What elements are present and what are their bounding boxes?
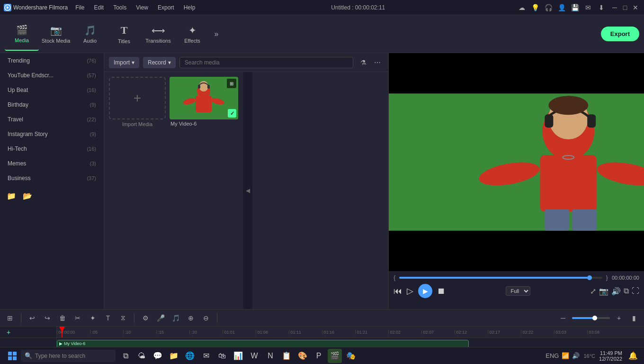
tl-grid-button[interactable]: ⊞ bbox=[4, 312, 16, 324]
systray-volume[interactable]: 🔊 bbox=[572, 352, 580, 359]
sidebar-item-instagram[interactable]: Instagram Story (9) bbox=[2, 127, 102, 141]
download-icon[interactable]: ⬇ bbox=[597, 3, 606, 12]
tl-audio-button[interactable]: 🎤 bbox=[154, 312, 167, 324]
start-button[interactable] bbox=[4, 349, 21, 363]
menu-view[interactable]: View bbox=[132, 3, 152, 12]
toolbar-stock-media[interactable]: 📷 Stock Media bbox=[39, 18, 73, 51]
maximize-button[interactable]: □ bbox=[620, 3, 630, 12]
tl-voice-button[interactable]: 🎵 bbox=[170, 312, 182, 324]
taskbar-chat[interactable]: 💬 bbox=[151, 349, 165, 363]
minimize-button[interactable]: ─ bbox=[610, 3, 619, 12]
systray-lang[interactable]: ENG bbox=[546, 352, 559, 359]
volume-icon[interactable]: 🔊 bbox=[611, 287, 621, 296]
tl-separator-2 bbox=[134, 313, 134, 323]
play-pause-button[interactable]: ▶ bbox=[418, 284, 432, 298]
taskbar-mail[interactable]: ✉ bbox=[199, 349, 213, 363]
app-name: Wondershare Filmora bbox=[13, 4, 68, 11]
notification-icon[interactable]: 🔔 bbox=[626, 349, 640, 363]
sidebar-item-trending[interactable]: Trending (76) bbox=[2, 54, 102, 68]
tl-adjust-button[interactable]: ⧖ bbox=[117, 312, 129, 324]
fit-screen-icon[interactable]: ⤢ bbox=[590, 287, 596, 296]
tl-redo-button[interactable]: ↪ bbox=[41, 312, 54, 324]
close-button[interactable]: ✕ bbox=[631, 3, 640, 12]
menu-edit[interactable]: Edit bbox=[90, 3, 108, 12]
fullscreen-icon[interactable]: ⛶ bbox=[632, 287, 639, 296]
tl-ruler[interactable]: 00:00:00 :05 :10 :15 :20 01:01 01:06 01:… bbox=[57, 327, 644, 338]
bulb-icon[interactable]: 💡 bbox=[530, 3, 540, 12]
filter-icon[interactable]: ⚗ bbox=[357, 56, 369, 69]
media-tile-video[interactable]: ⊞ ✓ My Video-6 bbox=[170, 77, 238, 127]
open-folder-icon[interactable]: 📂 bbox=[21, 189, 34, 202]
tl-snap-button[interactable]: ⚙ bbox=[139, 312, 152, 324]
taskbar-word[interactable]: W bbox=[247, 349, 261, 363]
taskbar-edge[interactable]: 🌐 bbox=[183, 349, 197, 363]
add-track-button[interactable]: + bbox=[3, 327, 10, 337]
sidebar-item-memes[interactable]: Memes (3) bbox=[2, 156, 102, 171]
mail-icon[interactable]: ✉ bbox=[583, 3, 593, 12]
tl-magic-button[interactable]: ✦ bbox=[87, 312, 99, 324]
taskbar-store[interactable]: 🛍 bbox=[215, 349, 229, 363]
taskbar-app2[interactable]: 🎨 bbox=[295, 349, 310, 363]
play-alt-button[interactable]: ▷ bbox=[407, 286, 413, 296]
taskbar-filmora[interactable]: 🎬 bbox=[328, 349, 342, 363]
tl-zoom-out-button[interactable]: ─ bbox=[557, 312, 569, 324]
toolbar-transitions[interactable]: ⟷ Transitions bbox=[141, 18, 175, 51]
quality-select[interactable]: Full bbox=[506, 286, 530, 296]
sidebar-item-upbeat[interactable]: Up Beat (16) bbox=[2, 83, 102, 97]
tl-zoom-in-button[interactable]: + bbox=[613, 312, 625, 324]
toolbar-audio[interactable]: 🎵 Audio bbox=[73, 18, 107, 51]
more-options-icon[interactable]: ⋯ bbox=[371, 56, 384, 69]
cloud-icon[interactable]: ☁ bbox=[517, 3, 527, 12]
headset-icon[interactable]: 🎧 bbox=[544, 3, 553, 12]
collapse-panel-button[interactable]: ◀ bbox=[243, 72, 252, 309]
menu-tools[interactable]: Tools bbox=[109, 3, 130, 12]
search-input[interactable] bbox=[179, 57, 353, 68]
sidebar-item-travel[interactable]: Travel (22) bbox=[2, 112, 102, 127]
tl-zoom-slider[interactable] bbox=[572, 317, 610, 319]
taskbar-search[interactable]: 🔍 Type here to search bbox=[21, 350, 116, 362]
import-button[interactable]: Import ▾ bbox=[109, 57, 139, 68]
taskbar-file-explorer[interactable]: 📁 bbox=[167, 349, 181, 363]
sidebar-item-hitech[interactable]: Hi-Tech (16) bbox=[2, 142, 102, 156]
menu-file[interactable]: File bbox=[72, 3, 88, 12]
save-icon[interactable]: 💾 bbox=[570, 3, 580, 12]
taskbar-onenote[interactable]: N bbox=[263, 349, 277, 363]
progress-bar[interactable] bbox=[399, 277, 602, 279]
tl-text-button[interactable]: T bbox=[102, 312, 114, 324]
playhead[interactable] bbox=[62, 327, 63, 337]
tl-cut-button[interactable]: ✂ bbox=[72, 312, 84, 324]
taskbar-app1[interactable]: 📋 bbox=[279, 349, 294, 363]
taskbar-app3[interactable]: P bbox=[312, 349, 326, 363]
prev-frame-button[interactable]: ⏮ bbox=[394, 286, 402, 296]
tl-more2-button[interactable]: ⊖ bbox=[200, 312, 212, 324]
tl-delete-button[interactable]: 🗑 bbox=[56, 312, 69, 324]
import-tile[interactable]: + Import Media bbox=[109, 77, 166, 127]
toolbar-effects[interactable]: ✦ Effects bbox=[175, 18, 209, 51]
new-folder-icon[interactable]: 📁 bbox=[5, 189, 18, 202]
split-view-icon[interactable]: ⧉ bbox=[624, 287, 629, 296]
taskbar-time[interactable]: 11:49 PM 12/7/2022 bbox=[599, 350, 622, 362]
stop-button[interactable]: ⏹ bbox=[437, 286, 446, 296]
sidebar-item-birthday[interactable]: Birthday (9) bbox=[2, 98, 102, 112]
menu-export[interactable]: Export bbox=[154, 3, 178, 12]
sidebar-item-youtube[interactable]: YouTube Endscr... (57) bbox=[2, 68, 102, 82]
grid-view-icon[interactable]: ⊞ bbox=[227, 79, 236, 88]
export-button[interactable]: Export bbox=[601, 27, 639, 41]
toolbar-titles[interactable]: T Titles bbox=[107, 18, 141, 51]
sidebar-item-business[interactable]: Business (37) bbox=[2, 171, 102, 185]
account-icon[interactable]: 👤 bbox=[557, 3, 566, 12]
record-button[interactable]: Record ▾ bbox=[143, 57, 176, 68]
menu-help[interactable]: Help bbox=[180, 3, 199, 12]
toolbar-more-button[interactable]: » bbox=[209, 27, 224, 41]
tl-end-button[interactable]: ▮ bbox=[628, 312, 640, 324]
taskbar-app4[interactable]: 🎭 bbox=[344, 349, 358, 363]
systray-network[interactable]: 📶 bbox=[562, 352, 569, 359]
taskbar-widgets[interactable]: 🌤 bbox=[134, 349, 149, 363]
taskbar-taskview[interactable]: ⧉ bbox=[118, 349, 133, 363]
toolbar-media[interactable]: 🎬 Media bbox=[5, 18, 39, 51]
taskbar-excel[interactable]: 📊 bbox=[231, 349, 245, 363]
tl-undo-button[interactable]: ↩ bbox=[26, 312, 38, 324]
tl-more1-button[interactable]: ⊕ bbox=[185, 312, 197, 324]
import-media-tile[interactable]: + bbox=[109, 77, 166, 119]
screenshot-icon[interactable]: 📷 bbox=[599, 287, 608, 296]
